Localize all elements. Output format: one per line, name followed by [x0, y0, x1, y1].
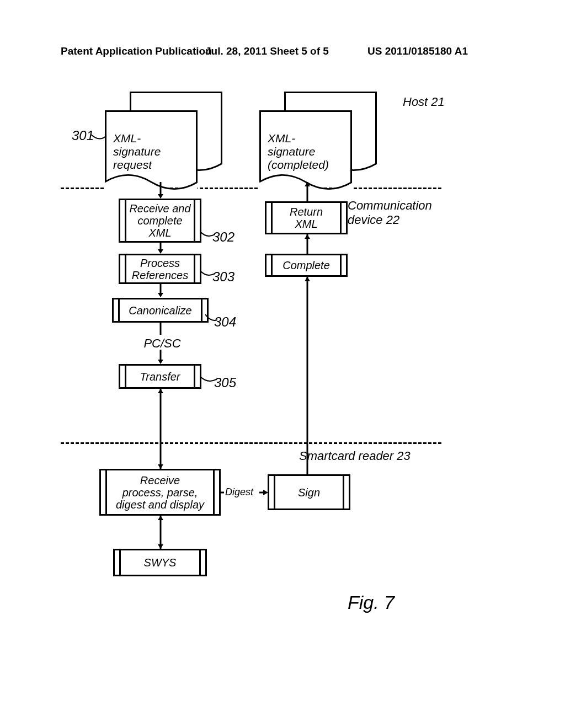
svg-marker-11 — [158, 464, 163, 469]
figure-7-diagram: Host 21 Communication device 22 Smartcar… — [61, 88, 480, 629]
svg-marker-14 — [158, 544, 163, 549]
ref-303: 303 — [212, 269, 234, 285]
svg-marker-21 — [305, 234, 310, 239]
arrow-process-to-canon — [158, 284, 163, 298]
step-process-references-label: Process References — [132, 257, 188, 281]
step-sign: Sign — [268, 474, 350, 510]
ref-304: 304 — [214, 314, 236, 330]
arrow-receive-to-process — [158, 243, 163, 255]
step-transfer-label: Transfer — [140, 371, 180, 383]
step-return-xml-label: Return XML — [290, 206, 323, 230]
svg-marker-19 — [305, 277, 310, 281]
arrow-canon-down — [158, 323, 163, 335]
svg-marker-17 — [263, 490, 268, 495]
step-complete: Complete — [265, 254, 348, 277]
arrow-digest-to-sign — [220, 490, 269, 495]
label-pcsc: PC/SC — [140, 336, 184, 351]
arrow-return-to-doc — [305, 182, 310, 202]
arrow-pcsc-to-transfer — [158, 350, 163, 365]
svg-marker-13 — [158, 516, 163, 520]
layer-reader-label: Smartcard reader 23 — [299, 449, 411, 463]
doc-completed-front: XML- signature (completed) — [259, 110, 352, 182]
doc-completed-text: XML- signature (completed) — [261, 112, 350, 172]
step-sign-label: Sign — [298, 486, 320, 499]
ref-305: 305 — [214, 375, 236, 390]
figure-caption: Fig. 7 — [348, 592, 395, 613]
step-canonicalize-label: Canonicalize — [129, 304, 192, 317]
header-mid: Jul. 28, 2011 Sheet 5 of 5 — [205, 45, 329, 57]
leader-302 — [200, 229, 215, 240]
doc-request-front: XML- signature request — [105, 110, 198, 182]
header-right: US 2011/0185180 A1 — [367, 45, 468, 57]
doc-request-text: XML- signature request — [106, 112, 196, 172]
svg-marker-1 — [158, 194, 163, 199]
leader-303 — [200, 268, 215, 279]
step-receive-process: Receive process, parse, digest and displ… — [99, 469, 221, 516]
svg-marker-3 — [158, 249, 163, 254]
step-return-xml: Return XML — [265, 201, 348, 234]
arrow-doc-to-receive — [158, 182, 163, 200]
step-swys: SWYS — [113, 549, 207, 576]
svg-marker-5 — [158, 293, 163, 297]
svg-marker-8 — [158, 360, 163, 364]
leader-304 — [205, 313, 217, 324]
svg-marker-23 — [305, 182, 310, 186]
ref-302: 302 — [212, 229, 234, 245]
arrow-transfer-to-reader — [158, 389, 163, 469]
layer-comm-label: Communication device 22 — [348, 199, 432, 227]
header-left: Patent Application Publication — [61, 45, 212, 57]
arrow-complete-to-return — [305, 234, 310, 254]
svg-marker-10 — [158, 389, 163, 393]
step-complete-label: Complete — [282, 259, 330, 271]
step-receive-complete-xml-label: Receive and complete XML — [129, 202, 190, 239]
step-process-references: Process References — [119, 254, 201, 284]
layer-host-label: Host 21 — [403, 95, 445, 109]
arrow-sign-to-complete — [305, 277, 310, 475]
arrow-receive-to-swys — [158, 516, 163, 549]
step-swys-label: SWYS — [144, 556, 177, 569]
step-receive-complete-xml: Receive and complete XML — [119, 199, 201, 243]
step-transfer: Transfer — [119, 364, 201, 389]
leader-301 — [91, 131, 108, 142]
step-receive-process-label: Receive process, parse, digest and displ… — [116, 474, 204, 511]
leader-305 — [200, 374, 216, 385]
step-canonicalize: Canonicalize — [112, 298, 209, 323]
divider-comm-reader — [61, 442, 441, 444]
